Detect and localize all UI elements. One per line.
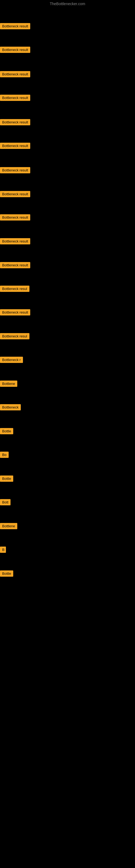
bottleneck-result-badge[interactable]: Bottleneck result: [0, 167, 30, 173]
bottleneck-result-badge[interactable]: Bottlene: [0, 380, 17, 387]
bottleneck-result-badge[interactable]: Bo: [0, 452, 9, 458]
bottleneck-result-badge[interactable]: Bott: [0, 499, 10, 505]
bottleneck-result-badge[interactable]: Bottleneck: [0, 404, 21, 410]
bottleneck-result-badge[interactable]: B: [0, 547, 6, 553]
bottleneck-result-badge[interactable]: Bottleneck r: [0, 357, 23, 363]
bottleneck-result-badge[interactable]: Bottleneck result: [0, 262, 30, 268]
bottleneck-result-badge[interactable]: Bottleneck result: [0, 119, 30, 125]
bottleneck-result-badge[interactable]: Bottleneck result: [0, 23, 30, 29]
bottleneck-result-badge[interactable]: Bottle: [0, 475, 13, 482]
bottleneck-result-badge[interactable]: Bottle: [0, 570, 13, 577]
bottleneck-result-badge[interactable]: Bottleneck result: [0, 71, 30, 77]
bottleneck-result-badge[interactable]: Bottleneck result: [0, 95, 30, 101]
bottleneck-result-badge[interactable]: Bottleneck result: [0, 309, 30, 315]
site-title: TheBottlenecker.com: [0, 0, 135, 8]
bottleneck-result-badge[interactable]: Bottleneck result: [0, 46, 30, 53]
bottleneck-result-badge[interactable]: Bottleneck resul: [0, 286, 30, 292]
bottleneck-result-badge[interactable]: Bottleneck result: [0, 238, 30, 244]
bottleneck-result-badge[interactable]: Bottleneck result: [0, 143, 30, 149]
bottleneck-result-badge[interactable]: Bottle: [0, 428, 13, 434]
bottleneck-result-badge[interactable]: Bottlene: [0, 523, 17, 529]
bottleneck-result-badge[interactable]: Bottleneck result: [0, 214, 30, 220]
bottleneck-result-badge[interactable]: Bottleneck result: [0, 191, 30, 197]
bottleneck-result-badge[interactable]: Bottleneck resul: [0, 333, 30, 339]
